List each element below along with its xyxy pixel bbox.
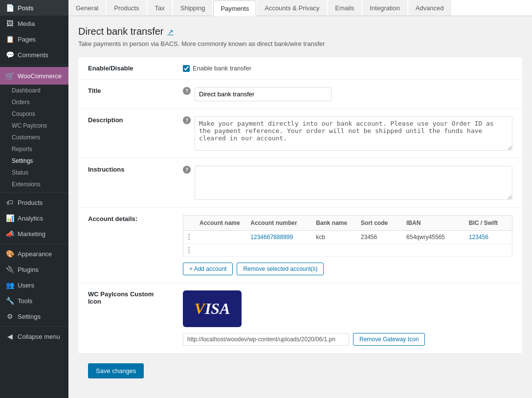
row2-sort	[356, 244, 401, 257]
sidebar-item-tools[interactable]: 🔧 Tools	[0, 293, 68, 309]
account-details-row: Account details: Account name Account nu…	[78, 208, 522, 283]
settings-icon: ⚙	[6, 312, 14, 320]
enable-disable-label: Enable/Disable	[78, 57, 173, 80]
row2-name	[195, 244, 245, 257]
table-row: 1234667888999 kcb 23456 654qwry45565 123…	[183, 231, 512, 244]
page-title-text: Direct bank transfer	[78, 26, 164, 37]
title-label: Title	[78, 80, 173, 109]
sidebar-sub-coupons[interactable]: Coupons	[0, 108, 68, 120]
users-icon: 👥	[6, 281, 14, 289]
visa-logo: VISA	[195, 300, 230, 318]
tab-emails[interactable]: Emails	[328, 0, 361, 16]
title-input[interactable]	[195, 87, 332, 101]
enable-checkbox-label[interactable]: Enable bank transfer	[183, 65, 512, 72]
tab-accounts-privacy[interactable]: Accounts & Privacy	[257, 0, 327, 16]
save-button[interactable]: Save changes	[88, 363, 144, 378]
sidebar-item-label: Analytics	[18, 215, 43, 222]
title-field-row: ?	[183, 87, 512, 101]
sidebar-sub-dashboard[interactable]: Dashboard	[0, 85, 68, 96]
sidebar-item-label: Users	[18, 282, 34, 289]
sidebar-item-analytics[interactable]: 📊 Analytics	[0, 210, 68, 226]
sidebar-sub-orders[interactable]: Orders	[0, 96, 68, 108]
row1-bank: kcb	[311, 231, 356, 244]
sidebar-item-pages[interactable]: 📋 Pages	[0, 31, 68, 47]
tab-products[interactable]: Products	[107, 0, 146, 16]
drag-col-header	[183, 216, 195, 231]
row2-bic	[464, 244, 512, 257]
icon-url-row: Remove Gateway Icon	[183, 333, 512, 346]
sidebar-item-appearance[interactable]: 🎨 Appearance	[0, 246, 68, 262]
sidebar-item-label: Posts	[18, 4, 34, 12]
account-details-label: Account details:	[78, 208, 173, 283]
sidebar-item-label: Tools	[18, 297, 32, 305]
row1-number: 1234667888999	[245, 231, 311, 244]
sidebar-sub-wc-paylcons[interactable]: WC Paylcons	[0, 120, 68, 132]
sidebar-item-label: Pages	[18, 36, 36, 43]
page-title: Direct bank transfer ↗	[78, 26, 522, 37]
title-help-icon: ?	[183, 87, 191, 95]
sidebar-sub-extensions[interactable]: Extensions	[0, 178, 68, 190]
sidebar-item-plugins[interactable]: 🔌 Plugins	[0, 262, 68, 277]
sidebar-divider-4	[0, 326, 68, 327]
media-icon: 🖼	[6, 20, 14, 27]
instructions-field-row: ?	[183, 166, 512, 200]
posts-icon: 📄	[6, 4, 14, 12]
sidebar-collapse-label: Collapse menu	[18, 333, 60, 340]
sidebar-sub-status[interactable]: Status	[0, 167, 68, 178]
tab-payments[interactable]: Payments	[213, 0, 256, 16]
account-table: Account name Account number Bank name So…	[183, 215, 512, 257]
comments-icon: 💬	[6, 51, 14, 59]
title-row: Title ?	[78, 80, 522, 109]
remove-gateway-icon-button[interactable]: Remove Gateway Icon	[353, 333, 425, 346]
sidebar-item-label: Appearance	[18, 250, 52, 258]
sidebar-item-posts[interactable]: 📄 Posts	[0, 0, 68, 16]
description-label: Description	[78, 109, 173, 158]
sidebar-item-marketing[interactable]: 📣 Marketing	[0, 226, 68, 242]
account-table-header-row: Account name Account number Bank name So…	[183, 216, 512, 231]
sidebar-divider-1	[0, 65, 68, 65]
row2-iban	[401, 244, 464, 257]
row1-sort: 23456	[356, 231, 401, 244]
pages-icon: 📋	[6, 35, 14, 43]
sidebar-divider-2	[0, 192, 68, 193]
sidebar-sub-settings[interactable]: Settings	[0, 155, 68, 167]
row2-bank	[311, 244, 356, 257]
drag-handle-2[interactable]	[183, 244, 195, 257]
products-icon: 🏷	[6, 199, 14, 206]
sidebar-sub-customers[interactable]: Customers	[0, 132, 68, 143]
plugins-icon: 🔌	[6, 265, 14, 273]
sidebar-item-settings[interactable]: ⚙ Settings	[0, 309, 68, 324]
custom-icon-row: WC Paylcons Custom Icon VISA Re	[78, 283, 522, 354]
drag-handle[interactable]	[183, 231, 195, 244]
sidebar-item-woocommerce[interactable]: 🛒 WooCommerce	[0, 67, 68, 85]
bank-name-header: Bank name	[311, 216, 356, 231]
icon-url-input[interactable]	[183, 333, 349, 346]
tab-advanced[interactable]: Advanced	[408, 0, 451, 16]
tab-integration[interactable]: Integration	[362, 0, 407, 16]
main-content: General Products Tax Shipping Payments A…	[68, 0, 532, 398]
description-textarea[interactable]: Make your payment directly into our bank…	[195, 116, 512, 151]
tab-shipping[interactable]: Shipping	[173, 0, 213, 16]
instructions-textarea[interactable]	[195, 166, 512, 200]
instructions-label: Instructions	[78, 158, 173, 208]
sidebar-item-users[interactable]: 👥 Users	[0, 277, 68, 293]
row1-name	[195, 231, 245, 244]
sidebar-item-products[interactable]: 🏷 Products	[0, 195, 68, 210]
sidebar-item-comments[interactable]: 💬 Comments	[0, 47, 68, 63]
instructions-row: Instructions ?	[78, 158, 522, 208]
collapse-icon: ◀	[6, 332, 14, 340]
add-account-button[interactable]: + Add account	[183, 263, 233, 275]
sidebar-item-media[interactable]: 🖼 Media	[0, 16, 68, 31]
page-title-link[interactable]: ↗	[168, 28, 174, 36]
sidebar-item-label: Media	[18, 20, 35, 27]
account-table-wrap: Account name Account number Bank name So…	[183, 215, 512, 275]
enable-checkbox[interactable]	[183, 65, 190, 72]
sidebar-divider-3	[0, 243, 68, 244]
sidebar-item-collapse[interactable]: ◀ Collapse menu	[0, 329, 68, 344]
sidebar-item-label: Settings	[18, 313, 41, 320]
tab-general[interactable]: General	[68, 0, 106, 16]
remove-selected-button[interactable]: Remove selected account(s)	[237, 263, 324, 275]
sidebar-sub-reports[interactable]: Reports	[0, 143, 68, 155]
settings-table: Enable/Disable Enable bank transfer Titl…	[78, 57, 522, 354]
tab-tax[interactable]: Tax	[148, 0, 172, 16]
